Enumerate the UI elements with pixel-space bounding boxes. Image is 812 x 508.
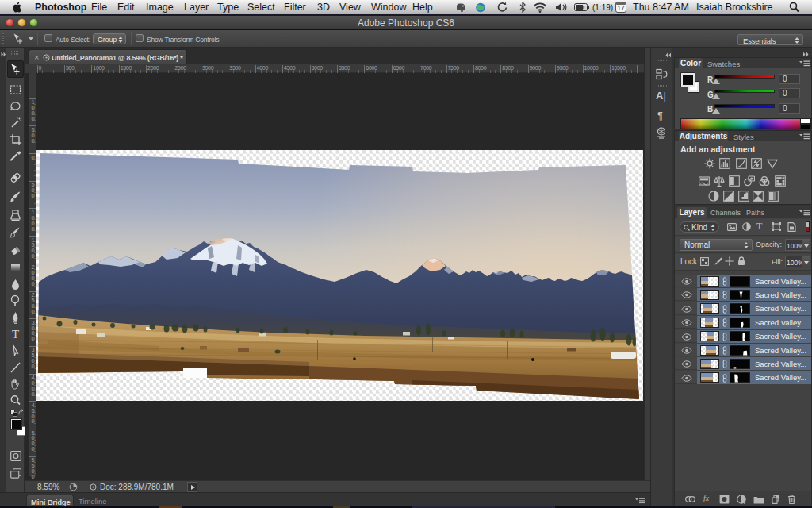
svg-text:17: 17 [617,4,625,12]
svg-text:T: T [12,328,19,341]
